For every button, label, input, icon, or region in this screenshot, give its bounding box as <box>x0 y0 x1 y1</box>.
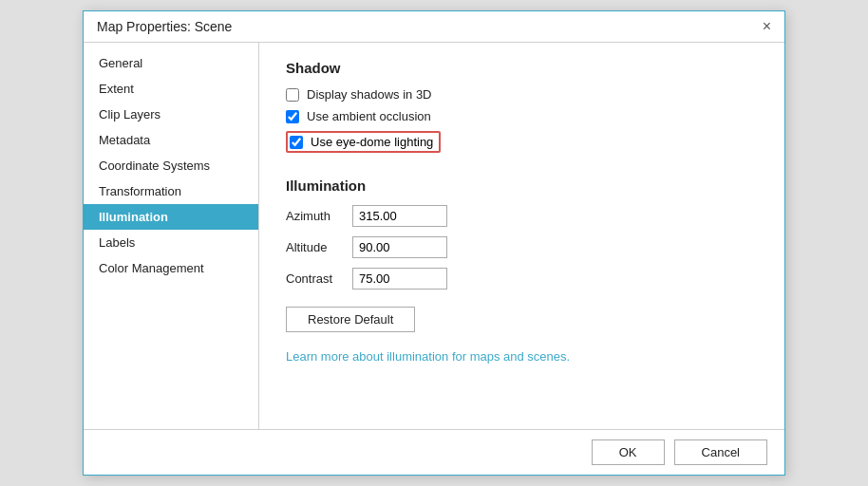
azimuth-label: Azimuth <box>286 209 352 223</box>
contrast-input[interactable] <box>352 268 447 290</box>
dialog-footer: OK Cancel <box>84 429 784 475</box>
sidebar-item-transformation[interactable]: Transformation <box>84 178 258 204</box>
close-button[interactable]: × <box>761 19 773 34</box>
titlebar: Map Properties: Scene × <box>84 11 784 43</box>
illumination-section: Illumination Azimuth Altitude Contrast R… <box>286 178 758 332</box>
dialog-body: General Extent Clip Layers Metadata Coor… <box>84 43 784 429</box>
use-ambient-row: Use ambient occlusion <box>286 109 758 123</box>
display-shadows-row: Display shadows in 3D <box>286 87 758 102</box>
azimuth-input[interactable] <box>352 205 447 227</box>
sidebar-item-labels[interactable]: Labels <box>84 230 258 255</box>
sidebar-item-extent[interactable]: Extent <box>84 76 258 102</box>
use-eyedome-checkbox[interactable] <box>290 136 303 149</box>
main-content: Shadow Display shadows in 3D Use ambient… <box>259 43 784 429</box>
altitude-row: Altitude <box>286 236 758 258</box>
display-shadows-label: Display shadows in 3D <box>307 87 432 102</box>
map-properties-dialog: Map Properties: Scene × General Extent C… <box>83 10 785 476</box>
sidebar-item-coordinate-systems[interactable]: Coordinate Systems <box>84 153 258 178</box>
contrast-label: Contrast <box>286 271 352 286</box>
azimuth-row: Azimuth <box>286 205 758 227</box>
altitude-label: Altitude <box>286 240 352 254</box>
use-eyedome-label: Use eye-dome lighting <box>311 135 433 149</box>
illumination-section-title: Illumination <box>286 178 758 194</box>
restore-default-button[interactable]: Restore Default <box>286 307 415 332</box>
sidebar-item-metadata[interactable]: Metadata <box>84 127 258 153</box>
shadow-section-title: Shadow <box>286 60 758 76</box>
dialog-title: Map Properties: Scene <box>97 19 232 34</box>
learn-more-link[interactable]: Learn more about illumination for maps a… <box>286 349 758 364</box>
sidebar-item-illumination[interactable]: Illumination <box>84 204 258 230</box>
altitude-input[interactable] <box>352 236 447 258</box>
cancel-button[interactable]: Cancel <box>674 439 767 465</box>
contrast-row: Contrast <box>286 268 758 290</box>
sidebar: General Extent Clip Layers Metadata Coor… <box>84 43 259 429</box>
use-ambient-label: Use ambient occlusion <box>307 109 431 123</box>
use-eyedome-row: Use eye-dome lighting <box>286 131 441 153</box>
sidebar-item-color-management[interactable]: Color Management <box>84 255 258 281</box>
ok-button[interactable]: OK <box>592 439 665 465</box>
display-shadows-checkbox[interactable] <box>286 88 299 102</box>
sidebar-item-clip-layers[interactable]: Clip Layers <box>84 102 258 127</box>
use-ambient-checkbox[interactable] <box>286 110 299 123</box>
sidebar-item-general[interactable]: General <box>84 50 258 76</box>
